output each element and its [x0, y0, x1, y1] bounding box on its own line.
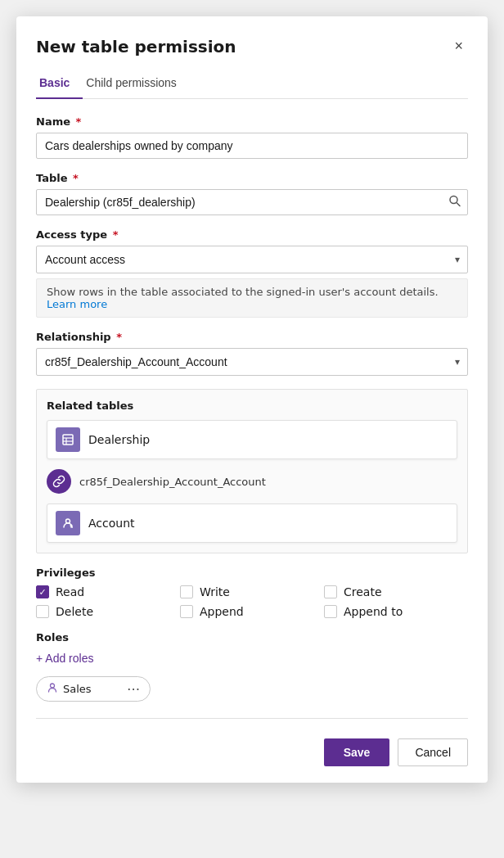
tabs-container: Basic Child permissions: [36, 70, 468, 99]
tab-basic[interactable]: Basic: [36, 70, 83, 99]
account-label: Account: [88, 517, 135, 530]
account-icon: [56, 511, 80, 535]
role-options-button[interactable]: ⋯: [127, 681, 140, 697]
privilege-delete: Delete: [36, 605, 180, 618]
role-sales-label: Sales: [63, 683, 92, 695]
footer: Save Cancel: [36, 732, 468, 766]
table-input[interactable]: [36, 189, 468, 215]
relationship-wrapper: cr85f_Dealership_Account_Account ▾: [36, 348, 468, 376]
related-item-account: Account: [47, 504, 457, 543]
learn-more-link[interactable]: Learn more: [47, 298, 107, 310]
tab-child-permissions[interactable]: Child permissions: [83, 70, 189, 99]
privileges-title: Privileges: [36, 567, 468, 579]
access-type-section: Access type * Account access Global acce…: [36, 228, 468, 318]
role-tag-sales: Sales ⋯: [36, 676, 151, 702]
modal-title: New table permission: [36, 37, 236, 56]
checkbox-append-to[interactable]: [324, 605, 337, 618]
related-item-dealership: Dealership: [47, 420, 457, 459]
close-button[interactable]: ×: [449, 36, 468, 56]
access-type-label: Access type *: [36, 228, 468, 241]
svg-point-8: [51, 684, 55, 688]
table-label: Table *: [36, 172, 468, 184]
add-roles-button[interactable]: + Add roles: [36, 648, 93, 668]
table-input-wrapper: [36, 189, 468, 215]
checkbox-append[interactable]: [180, 605, 193, 618]
access-type-info: Show rows in the table associated to the…: [36, 278, 468, 318]
privilege-write: Write: [180, 585, 324, 598]
link-icon: [47, 469, 71, 494]
checkbox-write[interactable]: [180, 585, 193, 598]
svg-point-0: [450, 196, 457, 204]
name-section: Name *: [36, 115, 468, 159]
privileges-section: Privileges Read Write Create Delete: [36, 567, 468, 618]
privilege-append-to: Append to: [324, 605, 468, 618]
dealership-icon: [56, 427, 80, 452]
related-item-link: cr85f_Dealership_Account_Account: [47, 463, 457, 500]
link-label: cr85f_Dealership_Account_Account: [79, 476, 266, 488]
privilege-create-label: Create: [344, 585, 382, 598]
dealership-label: Dealership: [88, 433, 150, 446]
privilege-append: Append: [180, 605, 324, 618]
access-type-select[interactable]: Account access Global access Contact acc…: [36, 246, 468, 273]
table-search-button[interactable]: [448, 195, 461, 210]
privilege-write-label: Write: [200, 585, 230, 598]
cancel-button[interactable]: Cancel: [398, 738, 468, 766]
svg-rect-2: [63, 435, 73, 445]
roles-list: Sales ⋯: [36, 676, 468, 702]
role-tag-inner: Sales: [47, 682, 92, 696]
related-tables-title: Related tables: [47, 400, 457, 412]
svg-point-7: [70, 525, 73, 527]
checkbox-read[interactable]: [36, 585, 49, 598]
svg-line-1: [457, 203, 461, 206]
privilege-create: Create: [324, 585, 468, 598]
relationship-select[interactable]: cr85f_Dealership_Account_Account: [36, 348, 468, 376]
privilege-read-label: Read: [56, 585, 84, 598]
name-input[interactable]: [36, 133, 468, 159]
table-section: Table *: [36, 172, 468, 215]
roles-section: Roles + Add roles Sales ⋯: [36, 631, 468, 702]
privilege-append-label: Append: [200, 605, 244, 618]
modal-header: New table permission ×: [36, 36, 468, 56]
relationship-label: Relationship *: [36, 331, 468, 343]
privilege-append-to-label: Append to: [344, 605, 403, 618]
modal-new-table-permission: New table permission × Basic Child permi…: [16, 16, 488, 783]
roles-title: Roles: [36, 631, 468, 644]
privilege-delete-label: Delete: [56, 605, 93, 618]
checkbox-delete[interactable]: [36, 605, 49, 618]
name-label: Name *: [36, 115, 468, 128]
related-tables-box: Related tables Dealership: [36, 389, 468, 553]
checkbox-create[interactable]: [324, 585, 337, 598]
privilege-read: Read: [36, 585, 180, 598]
access-type-wrapper: Account access Global access Contact acc…: [36, 246, 468, 273]
save-button[interactable]: Save: [324, 738, 390, 766]
privileges-grid: Read Write Create Delete Append Append: [36, 585, 468, 618]
role-person-icon: [47, 682, 58, 696]
footer-divider: [36, 718, 468, 719]
relationship-section: Relationship * cr85f_Dealership_Account_…: [36, 331, 468, 376]
related-tables-section: Related tables Dealership: [36, 389, 468, 553]
